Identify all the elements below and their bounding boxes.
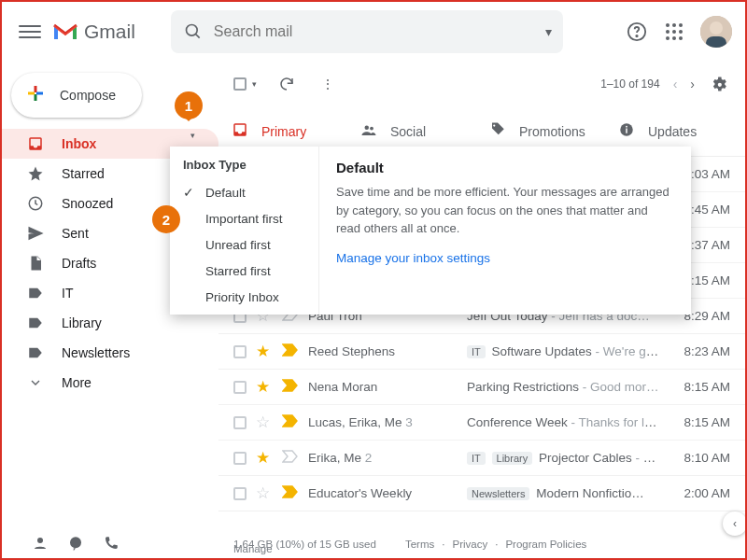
mail-row[interactable]: ★Reed StephensIT Software Updates - We'r… (218, 334, 745, 370)
star-icon[interactable]: ☆ (256, 483, 273, 503)
importance-marker-icon[interactable] (282, 450, 299, 463)
label-tag: Newsletters (467, 487, 529, 500)
option-label: Priority Inbox (205, 290, 279, 304)
phone-icon[interactable] (103, 535, 120, 554)
search-input[interactable] (214, 23, 536, 40)
brand-text: Gmail (84, 21, 135, 43)
option-label: Important first (205, 212, 283, 226)
sidebar-item-label: Inbox (62, 136, 96, 151)
checkmark-icon: ✓ (183, 185, 196, 200)
inbox-type-description: Default Save time and be more efficient.… (319, 147, 691, 315)
mail-row[interactable]: ★Nena Moran Parking Restrictions - Good … (218, 370, 745, 405)
side-panel-toggle-icon[interactable]: ‹ (723, 511, 747, 536)
importance-marker-icon[interactable] (282, 343, 299, 357)
sidebar-item-label: Drafts (62, 256, 96, 271)
select-all-checkbox[interactable] (233, 77, 247, 91)
plus-icon (24, 82, 47, 108)
row-checkbox[interactable] (233, 416, 247, 429)
timestamp: 2:00 AM (669, 486, 730, 500)
policies-link[interactable]: Program Policies (505, 539, 586, 550)
search-options-dropdown-icon[interactable]: ▾ (545, 24, 552, 39)
row-checkbox[interactable] (233, 452, 247, 465)
row-checkbox[interactable] (233, 487, 247, 500)
privacy-link[interactable]: Privacy (452, 539, 487, 550)
manage-storage-link[interactable]: Manage (233, 543, 273, 554)
sender: Educator's Weekly (308, 486, 458, 500)
sidebar-item-label: Sent (62, 226, 89, 241)
inbox-dropdown-icon[interactable]: ▾ (190, 131, 195, 140)
option-label: Unread first (205, 238, 271, 252)
tab-label: Social (390, 124, 426, 139)
timestamp: 8:15 AM (669, 415, 730, 429)
timestamp: 8:10 AM (669, 451, 730, 465)
inbox-icon (26, 134, 45, 153)
inbox-type-option[interactable]: Important first (170, 205, 318, 231)
inbox-type-option[interactable]: ✓Default (170, 179, 318, 205)
mail-row[interactable]: ☆Educator's WeeklyNewsletters Modern Non… (218, 476, 745, 511)
row-checkbox[interactable] (233, 381, 247, 394)
tab-label: Updates (648, 124, 697, 139)
select-dropdown-icon[interactable]: ▾ (252, 79, 257, 89)
svg-rect-16 (626, 129, 627, 133)
mail-row[interactable]: ★Erika, Me 2IT Library Projector Cables … (218, 441, 745, 476)
sidebar-item-newsletters[interactable]: Newsletters (2, 338, 218, 368)
refresh-icon[interactable] (275, 73, 298, 95)
inbox-type-options: Inbox Type ✓DefaultImportant firstUnread… (170, 147, 319, 315)
sender: Nena Moran (308, 380, 458, 394)
star-icon[interactable]: ☆ (256, 413, 273, 432)
callout-2: 2 (152, 205, 180, 233)
gmail-logo[interactable]: Gmail (52, 21, 135, 43)
panel-body: Save time and be more efficient. Your me… (336, 183, 674, 238)
subject: Parking Restrictions - Good mor… (467, 380, 659, 394)
help-icon[interactable] (626, 21, 648, 43)
subject: Conference Week - Thanks for le… (467, 415, 659, 429)
sender: Reed Stephens (308, 344, 458, 358)
sidebar-item-label: More (62, 375, 92, 390)
inbox-type-heading: Inbox Type (170, 158, 318, 179)
contact-icon[interactable] (32, 535, 49, 554)
callout-1: 1 (175, 91, 203, 119)
mail-row[interactable]: ☆Lucas, Erika, Me 3 Conference Week - Th… (218, 405, 745, 441)
star-icon[interactable]: ★ (256, 342, 273, 361)
inbox-type-option[interactable]: Unread first (170, 231, 318, 258)
label-tag: IT (467, 345, 486, 358)
sidebar-item-label: Newsletters (62, 345, 130, 360)
inbox-type-option[interactable]: Priority Inbox (170, 284, 318, 310)
sidebar-item-more[interactable]: More (2, 368, 218, 398)
sidebar-item-label: IT (62, 286, 73, 301)
row-checkbox[interactable] (233, 345, 247, 358)
apps-icon[interactable] (663, 21, 685, 43)
sidebar-item-label: Snoozed (62, 196, 113, 211)
inbox-type-option[interactable]: Starred first (170, 258, 318, 284)
inbox-type-popup: Inbox Type ✓DefaultImportant firstUnread… (170, 147, 691, 315)
settings-gear-icon[interactable] (708, 73, 730, 95)
next-page-icon[interactable]: › (690, 77, 695, 91)
pagination-range: 1–10 of 194 (600, 77, 659, 91)
importance-marker-icon[interactable] (282, 485, 299, 498)
star-icon[interactable]: ★ (256, 448, 273, 468)
compose-button[interactable]: Compose (11, 73, 142, 118)
draft-icon (26, 254, 45, 273)
sender: Erika, Me 2 (308, 451, 458, 465)
manage-inbox-settings-link[interactable]: Manage your inbox settings (336, 251, 490, 265)
label-icon (26, 314, 45, 332)
hangouts-icon[interactable] (67, 535, 84, 554)
importance-marker-icon[interactable] (282, 414, 299, 427)
mail-toolbar: ▾ ⋮ 1–10 of 194 ‹ › (218, 62, 745, 106)
social-tab-icon (360, 121, 377, 141)
label-tag: IT (467, 452, 486, 465)
label-icon (26, 343, 45, 362)
importance-marker-icon[interactable] (282, 379, 299, 392)
account-avatar[interactable] (700, 16, 732, 48)
gmail-m-icon (52, 21, 78, 42)
star-icon[interactable]: ★ (256, 377, 273, 397)
more-icon[interactable]: ⋮ (317, 73, 339, 95)
svg-point-12 (365, 126, 370, 131)
terms-link[interactable]: Terms (405, 539, 434, 550)
prev-page-icon[interactable]: ‹ (673, 77, 678, 91)
main-menu-icon[interactable] (19, 21, 41, 43)
search-icon[interactable] (182, 21, 204, 43)
search-bar[interactable]: ▾ (171, 10, 563, 53)
label-icon (26, 284, 45, 302)
compose-label: Compose (60, 88, 116, 103)
